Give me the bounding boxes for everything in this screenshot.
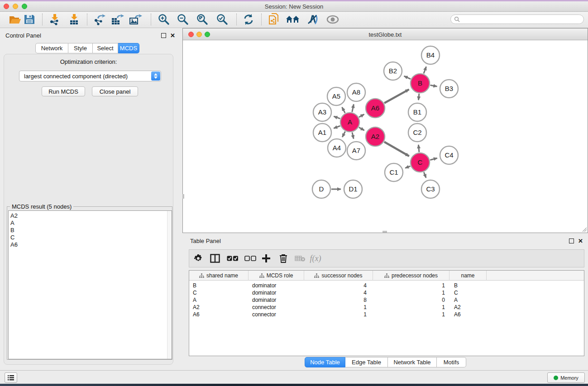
mcds-result-item[interactable]: A6 (9, 241, 172, 248)
graph-node-C[interactable]: C (411, 153, 430, 172)
list-scrollbar[interactable] (167, 211, 172, 359)
graph-edge-A-A5[interactable] (342, 107, 345, 113)
graph-edge-B-B4[interactable] (424, 67, 426, 73)
function-builder-icon[interactable]: f(x) (308, 252, 323, 265)
graph-edge-A2-C[interactable] (384, 142, 409, 156)
zoom-selected-icon[interactable] (214, 12, 230, 27)
column-header-mcds-role[interactable]: MCDS role (249, 271, 304, 281)
graph-node-C1[interactable]: C1 (385, 163, 403, 181)
add-column-icon[interactable] (258, 252, 274, 265)
graph-edge-A-A7[interactable] (352, 132, 354, 138)
graph-node-A1[interactable]: A1 (313, 124, 331, 142)
table-panel-float-button[interactable] (569, 238, 574, 243)
graph-edge-A-A3[interactable] (334, 116, 340, 119)
export-image-icon[interactable] (127, 12, 143, 27)
memory-button[interactable]: Memory (547, 372, 585, 383)
close-panel-button[interactable]: Close panel (92, 86, 138, 96)
graph-node-A[interactable]: A (340, 113, 359, 132)
graph-edge-A6-B[interactable] (384, 90, 409, 103)
optimization-criterion-select[interactable]: largest connected component (directed) (19, 71, 161, 81)
graph-node-C2[interactable]: C2 (408, 124, 426, 142)
tab-edge-table[interactable]: Edge Table (345, 357, 388, 367)
table-row[interactable]: A2connector11A2 (189, 304, 584, 311)
save-session-icon[interactable] (21, 12, 38, 27)
mcds-result-item[interactable]: A (9, 219, 172, 227)
graph-node-B2[interactable]: B2 (384, 62, 402, 80)
select-all-icon[interactable] (225, 252, 240, 265)
tab-style[interactable]: Style (68, 43, 93, 53)
tab-motifs[interactable]: Motifs (437, 357, 466, 367)
export-network-icon[interactable] (91, 12, 107, 27)
tab-mcds[interactable]: MCDS (118, 43, 139, 53)
graph-edge-A-A2[interactable] (359, 127, 364, 130)
graph-node-A6[interactable]: A6 (366, 99, 385, 118)
graph-edge-C-C1[interactable] (405, 166, 410, 168)
delete-column-icon[interactable] (276, 252, 291, 265)
import-table-icon[interactable] (66, 12, 82, 27)
graph-node-D1[interactable]: D1 (344, 180, 362, 198)
column-header-shared-name[interactable]: shared name (189, 271, 249, 281)
clone-network-icon[interactable] (266, 12, 282, 27)
graph-edge-B-B2[interactable] (404, 76, 411, 79)
graph-edge-A-A6[interactable] (359, 114, 364, 117)
label-visibility-icon[interactable] (304, 12, 320, 27)
graph-node-B[interactable]: B (411, 74, 430, 93)
mcds-result-item[interactable]: B (9, 227, 172, 234)
mcds-result-item[interactable]: A2 (9, 212, 172, 219)
network-canvas[interactable]: AA1A2A3A4A5A6A7A8BB1B2B3B4CC1C2C3C4DD1 (183, 40, 588, 233)
node-table[interactable]: shared name MCDS role successor nodes pr… (189, 270, 584, 356)
graph-edge-A-A1[interactable] (334, 126, 340, 128)
zoom-in-icon[interactable] (156, 12, 172, 27)
table-panel-close-button[interactable]: ✕ (578, 238, 583, 243)
graph-node-C4[interactable]: C4 (440, 146, 458, 164)
table-row[interactable]: A6connector11A6 (189, 311, 584, 318)
import-network-icon[interactable] (46, 12, 62, 27)
task-history-button[interactable] (5, 372, 17, 383)
gear-icon[interactable] (191, 252, 206, 265)
graph-edge-C-C2[interactable] (418, 145, 419, 152)
export-table-icon[interactable] (109, 12, 125, 27)
column-header-successor-nodes[interactable]: successor nodes (304, 271, 373, 281)
graph-node-B3[interactable]: B3 (440, 80, 458, 98)
search-input[interactable] (450, 14, 584, 24)
table-row[interactable]: Bdominator41B (189, 282, 584, 289)
graph-edge-C-C4[interactable] (430, 158, 437, 160)
refresh-layout-icon[interactable] (240, 12, 257, 27)
deselect-all-icon[interactable] (243, 252, 258, 265)
split-columns-icon[interactable] (207, 252, 223, 265)
zoom-out-icon[interactable] (175, 12, 191, 27)
eye-icon[interactable] (325, 12, 341, 27)
table-row[interactable]: Adominator80A (189, 296, 584, 304)
network-window-titlebar[interactable]: testGlobe.txt (183, 29, 588, 40)
zoom-fit-icon[interactable] (194, 12, 210, 27)
graph-node-A7[interactable]: A7 (347, 142, 365, 160)
mcds-result-item[interactable]: C (9, 234, 172, 241)
mcds-result-list[interactable]: A2ABCA6 (8, 210, 172, 359)
open-file-icon[interactable] (7, 12, 23, 27)
resize-handle-icon[interactable] (582, 227, 587, 232)
graph-node-A5[interactable]: A5 (327, 87, 345, 105)
control-panel-float-button[interactable] (161, 33, 166, 38)
graph-edge-B-B1[interactable] (419, 94, 419, 100)
control-panel-close-button[interactable]: ✕ (170, 33, 175, 38)
tab-network[interactable]: Network (35, 43, 68, 53)
graph-node-C3[interactable]: C3 (421, 180, 440, 198)
delete-table-icon[interactable] (292, 252, 308, 265)
graph-node-D[interactable]: D (312, 180, 330, 198)
tab-select[interactable]: Select (93, 43, 118, 53)
column-header-name[interactable]: name (449, 271, 487, 281)
graph-node-A4[interactable]: A4 (328, 139, 346, 157)
table-row[interactable]: Cdominator41C (189, 289, 584, 296)
graph-edge-A-A4[interactable] (342, 131, 345, 137)
graph-node-A2[interactable]: A2 (366, 127, 385, 146)
run-mcds-button[interactable]: Run MCDS (42, 86, 85, 96)
graph-node-B4[interactable]: B4 (421, 46, 440, 64)
graph-edge-C-C3[interactable] (424, 172, 426, 177)
graph-node-B1[interactable]: B1 (408, 103, 426, 121)
graph-node-A3[interactable]: A3 (313, 103, 331, 121)
column-header-predecessor-nodes[interactable]: predecessor nodes (373, 271, 449, 281)
graph-edge-A-A8[interactable] (352, 104, 354, 112)
tab-node-table[interactable]: Node Table (305, 357, 345, 367)
graph-edge-B-B3[interactable] (430, 85, 437, 86)
cybrowser-icon[interactable] (285, 12, 301, 27)
